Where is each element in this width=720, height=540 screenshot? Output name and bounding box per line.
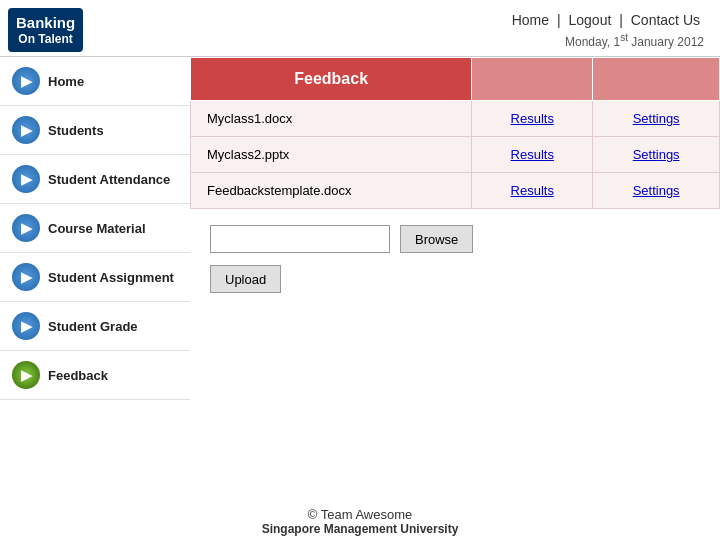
sidebar-item-students[interactable]: ▶ Students [0, 106, 190, 155]
feedback-table: Feedback Myclass1.docx Results Settings … [190, 57, 720, 209]
row3-results[interactable]: Results [472, 173, 593, 209]
sidebar: ▶ Home ▶ Students ▶ Student Attendance ▶… [0, 57, 190, 497]
page-footer: © Team Awesome Singapore Management Univ… [0, 497, 720, 540]
students-icon: ▶ [12, 116, 40, 144]
nav-links: Home | Logout | Contact Us [508, 12, 704, 28]
nav-sep2: | [619, 12, 623, 28]
sidebar-item-assignment[interactable]: ▶ Student Assignment [0, 253, 190, 302]
upload-button[interactable]: Upload [210, 265, 281, 293]
browse-button[interactable]: Browse [400, 225, 473, 253]
attendance-icon: ▶ [12, 165, 40, 193]
logo: Banking On Talent [8, 8, 83, 52]
row1-filename: Myclass1.docx [191, 101, 472, 137]
course-material-icon: ▶ [12, 214, 40, 242]
page-header: Banking On Talent Home | Logout | Contac… [0, 0, 720, 57]
logo-area: Banking On Talent [8, 8, 83, 52]
table-row: Myclass2.pptx Results Settings [191, 137, 720, 173]
sidebar-item-home[interactable]: ▶ Home [0, 57, 190, 106]
sidebar-item-attendance[interactable]: ▶ Student Attendance [0, 155, 190, 204]
table-row: Feedbackstemplate.docx Results Settings [191, 173, 720, 209]
sidebar-item-feedback[interactable]: ▶ Feedback [0, 351, 190, 400]
row2-filename: Myclass2.pptx [191, 137, 472, 173]
home-nav-link[interactable]: Home [512, 12, 549, 28]
table-header-col3 [593, 58, 720, 101]
contact-nav-link[interactable]: Contact Us [631, 12, 700, 28]
row3-filename: Feedbackstemplate.docx [191, 173, 472, 209]
assignment-icon: ▶ [12, 263, 40, 291]
file-input[interactable] [210, 225, 390, 253]
table-row: Myclass1.docx Results Settings [191, 101, 720, 137]
header-right: Home | Logout | Contact Us Monday, 1st J… [508, 8, 704, 49]
upload-area: Browse Upload [190, 209, 720, 309]
row3-settings[interactable]: Settings [593, 173, 720, 209]
table-header-col2 [472, 58, 593, 101]
logout-nav-link[interactable]: Logout [569, 12, 612, 28]
row1-settings[interactable]: Settings [593, 101, 720, 137]
row2-results[interactable]: Results [472, 137, 593, 173]
feedback-icon: ▶ [12, 361, 40, 389]
date-display: Monday, 1st January 2012 [565, 32, 704, 49]
sidebar-item-course-material[interactable]: ▶ Course Material [0, 204, 190, 253]
content-area: Feedback Myclass1.docx Results Settings … [190, 57, 720, 497]
table-header-feedback: Feedback [191, 58, 472, 101]
sidebar-item-student-grade[interactable]: ▶ Student Grade [0, 302, 190, 351]
nav-sep1: | [557, 12, 561, 28]
upload-row: Browse [210, 225, 700, 253]
main-layout: ▶ Home ▶ Students ▶ Student Attendance ▶… [0, 57, 720, 497]
row2-settings[interactable]: Settings [593, 137, 720, 173]
row1-results[interactable]: Results [472, 101, 593, 137]
footer-org: Singapore Management University [10, 522, 710, 536]
home-icon: ▶ [12, 67, 40, 95]
grade-icon: ▶ [12, 312, 40, 340]
footer-copyright: © Team Awesome [10, 507, 710, 522]
